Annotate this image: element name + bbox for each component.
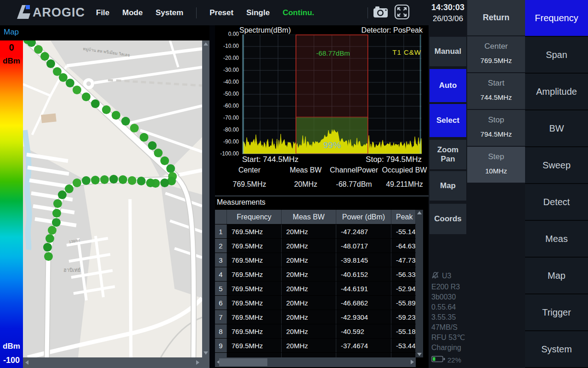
map-button[interactable]: Map	[430, 171, 466, 201]
top-menu: File Mode System Preset Single Continu.	[96, 7, 314, 18]
scroll-down-icon[interactable]	[204, 351, 208, 355]
trail-dot	[154, 149, 163, 157]
y-axis-label: -10.00	[215, 43, 239, 49]
start-frequency-label: Start: 744.5MHz	[242, 155, 299, 164]
table-vertical-scrollbar[interactable]	[416, 210, 423, 357]
cell-power: -47.2487	[336, 224, 391, 238]
menu-sweep[interactable]: Sweep	[525, 147, 588, 183]
table-row[interactable]: 10769.5MHz20MHz-40.758-56.96	[215, 353, 416, 357]
scrollbar-thumb[interactable]	[219, 358, 267, 366]
table-horizontal-scrollbar[interactable]	[215, 357, 416, 367]
occupied-percent-label: 99%	[323, 140, 341, 150]
clock: 14:30:03 26/03/06	[429, 3, 467, 23]
trigger-label: T1 C&W	[392, 48, 421, 56]
col-header-frequency[interactable]: Frequency	[227, 210, 281, 224]
cell-power: -44.6191	[336, 282, 391, 295]
menu-preset[interactable]: Preset	[209, 8, 233, 17]
params-column: Return Center769.5MHz Start744.5MHz Stop…	[467, 0, 525, 368]
map-horizontal-scrollbar[interactable]	[23, 357, 209, 368]
row-number: 1	[215, 224, 226, 238]
cell-frequency: 769.5MHz	[227, 339, 281, 352]
col-header-power[interactable]: Power (dBm)	[336, 210, 391, 224]
menu-span[interactable]: Span	[525, 37, 588, 73]
table-row[interactable]: 7769.5MHz20MHz-42.9304-59.23	[215, 310, 416, 324]
control-column: 14:30:03 26/03/06 Manual Auto Select Zoo…	[429, 0, 467, 368]
menu-map[interactable]: Map	[525, 258, 588, 293]
table-row[interactable]: 6769.5MHz20MHz-46.6862-55.89	[215, 296, 416, 310]
map-panel-title: Map	[4, 28, 209, 37]
map-vertical-scrollbar[interactable]	[202, 40, 209, 357]
scroll-up-icon[interactable]	[417, 211, 422, 214]
table-row[interactable]: 1769.5MHz20MHz-47.2487-55.14	[215, 224, 416, 238]
zoom-pan-button[interactable]: Zoom Pan	[430, 140, 466, 169]
cell-peak: -52.94	[391, 282, 415, 295]
status-datarate: 47MB/S	[431, 324, 467, 331]
trail-dot	[53, 199, 62, 208]
screenshot-camera-icon[interactable]	[373, 5, 389, 21]
table-row[interactable]: 2769.5MHz20MHz-48.0717-64.63	[215, 239, 416, 253]
row-number: 10	[215, 353, 226, 357]
select-button[interactable]: Select	[430, 104, 466, 137]
menu-meas[interactable]: Meas	[525, 221, 588, 257]
menu-amplitude[interactable]: Amplitude	[525, 74, 588, 109]
brand-logo-icon	[15, 5, 32, 21]
cell-power: -39.8145	[336, 253, 391, 267]
trail-dot	[34, 45, 43, 54]
battery-percent: 22%	[447, 356, 461, 364]
menu-system[interactable]: System	[156, 8, 183, 17]
param-start[interactable]: Start744.5MHz	[467, 73, 525, 109]
cell-power: -48.0717	[336, 239, 391, 253]
table-row[interactable]: 3769.5MHz20MHz-39.8145-47.73	[215, 253, 416, 267]
measurements-panel: Measurements Frequency Meas BW Power (dB…	[215, 196, 429, 368]
fullscreen-icon[interactable]	[394, 4, 410, 22]
col-header-peak[interactable]: Peak	[391, 210, 415, 224]
menu-system[interactable]: System	[525, 331, 588, 367]
cell-frequency: 769.5MHz	[227, 282, 281, 295]
cell-meas-bw: 20MHz	[282, 239, 336, 253]
scroll-right-icon[interactable]	[196, 360, 199, 365]
trail-dot	[73, 86, 81, 94]
map-canvas[interactable]: หมู่บ้าน สห พรีเมียม วิลเลจ138/94ฮาบิเท่…	[23, 40, 202, 357]
status-rfu-temp: RFU 53℃	[431, 334, 467, 341]
stop-frequency-label: Stop: 794.5MHz	[366, 155, 422, 164]
menu-bw[interactable]: BW	[525, 110, 588, 146]
table-row[interactable]: 4769.5MHz20MHz-40.6152-56.33	[215, 267, 416, 281]
manual-button[interactable]: Manual	[430, 37, 466, 66]
menu-file[interactable]: File	[96, 8, 109, 17]
status-serial: 3b0030	[431, 293, 467, 301]
menu-single[interactable]: Single	[246, 8, 270, 17]
row-number: 7	[215, 310, 226, 324]
cell-power: -40.758	[336, 353, 391, 357]
param-step[interactable]: Step10MHz	[467, 147, 525, 183]
cell-peak: -56.33	[391, 267, 415, 281]
param-stop[interactable]: Stop794.5MHz	[467, 110, 525, 146]
auto-button[interactable]: Auto	[430, 69, 466, 102]
cell-frequency: 769.5MHz	[227, 296, 281, 310]
cell-power: -46.6862	[336, 296, 391, 310]
menu-detect[interactable]: Detect	[525, 184, 588, 220]
scroll-down-icon[interactable]	[417, 353, 422, 356]
status-version-1: 0.55.64	[431, 304, 467, 311]
col-header-index	[215, 210, 226, 224]
menu-continuous[interactable]: Continu.	[283, 8, 314, 17]
y-axis-label: -20.00	[215, 55, 239, 61]
table-row[interactable]: 8769.5MHz20MHz-40.592-55.18	[215, 324, 416, 338]
menu-trigger[interactable]: Trigger	[525, 294, 588, 330]
trail-dot	[166, 164, 175, 173]
menu-mode[interactable]: Mode	[122, 8, 142, 17]
param-center[interactable]: Center769.5MHz	[467, 36, 525, 72]
table-row[interactable]: 5769.5MHz20MHz-44.6191-52.94	[215, 282, 416, 295]
trail-dot	[91, 99, 100, 108]
coords-button[interactable]: Coords	[430, 204, 466, 234]
row-number: 4	[215, 267, 226, 281]
table-row[interactable]: 9769.5MHz20MHz-37.4674-53.44	[215, 339, 416, 352]
scroll-left-icon[interactable]	[25, 360, 28, 365]
return-button[interactable]: Return	[467, 0, 525, 35]
col-header-meas-bw[interactable]: Meas BW	[282, 210, 336, 224]
main-menu-column: Frequency Span Amplitude BW Sweep Detect…	[525, 0, 588, 368]
measurements-rows: 1769.5MHz20MHz-47.2487-55.142769.5MHz20M…	[215, 224, 416, 357]
status-model: E200 R3	[431, 283, 467, 291]
menu-frequency[interactable]: Frequency	[525, 0, 588, 36]
scroll-up-icon[interactable]	[204, 42, 208, 46]
scroll-right-icon[interactable]	[411, 360, 414, 364]
